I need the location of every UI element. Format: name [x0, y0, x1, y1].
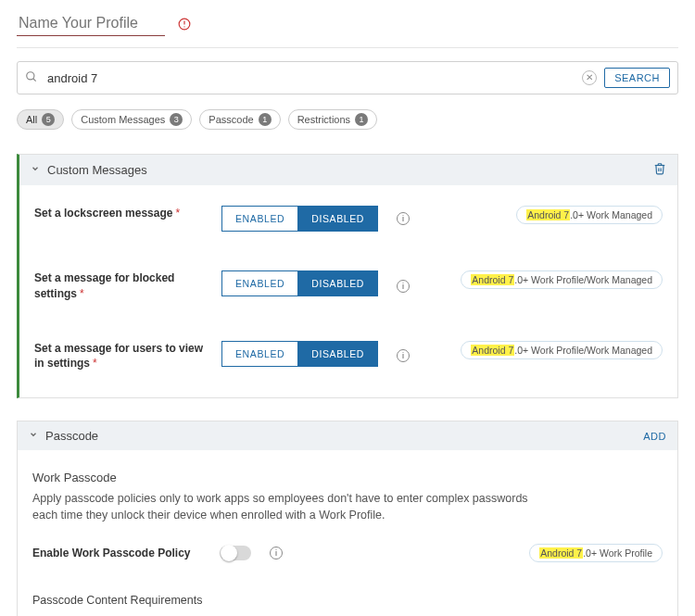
svg-point-3 [27, 71, 34, 79]
filter-chip-count: 1 [259, 113, 272, 126]
setting-label: Set a message for blocked settings* [34, 270, 210, 302]
clear-search-icon[interactable]: ✕ [582, 70, 597, 85]
search-input[interactable] [45, 70, 575, 86]
add-button[interactable]: ADD [643, 431, 666, 442]
filter-chip-count: 1 [355, 113, 368, 126]
filter-chip-count: 3 [170, 113, 183, 126]
setting-row: Set a message for blocked settings* ENAB… [34, 270, 663, 302]
setting-row: Enable Work Passcode Policy i Android 7.… [32, 544, 663, 562]
panel-header[interactable]: Custom Messages [19, 155, 677, 185]
disabled-button[interactable]: DISABLED [297, 270, 378, 296]
required-marker: * [80, 287, 84, 300]
filter-chip-all[interactable]: All 5 [17, 109, 64, 130]
filter-chip-passcode[interactable]: Passcode 1 [199, 109, 280, 130]
filter-chip-label: Custom Messages [81, 114, 165, 125]
section-description: Apply passcode policies only to work app… [32, 490, 551, 523]
svg-point-2 [183, 26, 184, 27]
search-icon [25, 70, 38, 86]
required-marker: * [175, 207, 180, 220]
warning-icon [178, 18, 191, 31]
enabled-button[interactable]: ENABLED [221, 270, 297, 296]
section-subtitle: Work Passcode [32, 471, 663, 484]
filter-chip-count: 5 [42, 113, 55, 126]
filter-chip-label: All [26, 114, 37, 125]
setting-row: Set a lockscreen message* ENABLED DISABL… [34, 206, 663, 232]
panel-passcode: Passcode ADD Work Passcode Apply passcod… [17, 421, 678, 616]
search-bar: ✕ SEARCH [17, 61, 678, 94]
setting-row: Set a message for users to view in setti… [34, 341, 663, 372]
chevron-down-icon [31, 162, 40, 176]
profile-name-input[interactable] [17, 11, 165, 36]
enabled-button[interactable]: ENABLED [221, 206, 297, 232]
section-subtitle: Passcode Content Requirements [32, 594, 663, 607]
disabled-button[interactable]: DISABLED [297, 206, 378, 232]
setting-label: Set a message for users to view in setti… [34, 341, 210, 372]
divider [17, 47, 678, 48]
info-icon[interactable]: i [397, 280, 410, 293]
filter-chip-label: Passcode [208, 114, 253, 125]
filter-chip-row: All 5 Custom Messages 3 Passcode 1 Restr… [17, 109, 678, 130]
chevron-down-icon [29, 428, 38, 442]
filter-chip-label: Restrictions [297, 114, 350, 125]
filter-chip-custom-messages[interactable]: Custom Messages 3 [71, 109, 192, 130]
trash-icon[interactable] [653, 162, 666, 178]
setting-label: Enable Work Passcode Policy [32, 546, 208, 561]
panel-title: Custom Messages [47, 163, 147, 177]
platform-tag: Android 7.0+ Work Profile/Work Managed [461, 341, 663, 359]
platform-tag: Android 7.0+ Work Profile/Work Managed [461, 270, 663, 289]
disabled-button[interactable]: DISABLED [297, 341, 378, 367]
enabled-disabled-toggle: ENABLED DISABLED [221, 341, 378, 367]
svg-line-4 [33, 78, 36, 81]
search-button[interactable]: SEARCH [604, 68, 670, 88]
panel-custom-messages: Custom Messages Set a lockscreen message… [17, 154, 678, 398]
required-marker: * [93, 357, 97, 370]
platform-tag: Android 7.0+ Work Profile [529, 544, 663, 562]
filter-chip-restrictions[interactable]: Restrictions 1 [288, 109, 377, 130]
platform-tag: Android 7.0+ Work Managed [516, 206, 663, 224]
setting-label: Set a lockscreen message* [34, 206, 210, 221]
enabled-button[interactable]: ENABLED [221, 341, 297, 367]
panel-title: Passcode [45, 429, 98, 443]
info-icon[interactable]: i [397, 349, 410, 362]
info-icon[interactable]: i [270, 547, 283, 559]
enabled-disabled-toggle: ENABLED DISABLED [221, 206, 378, 232]
work-passcode-toggle[interactable] [220, 546, 251, 560]
info-icon[interactable]: i [397, 212, 410, 225]
enabled-disabled-toggle: ENABLED DISABLED [221, 270, 378, 296]
panel-header[interactable]: Passcode ADD [18, 421, 677, 450]
